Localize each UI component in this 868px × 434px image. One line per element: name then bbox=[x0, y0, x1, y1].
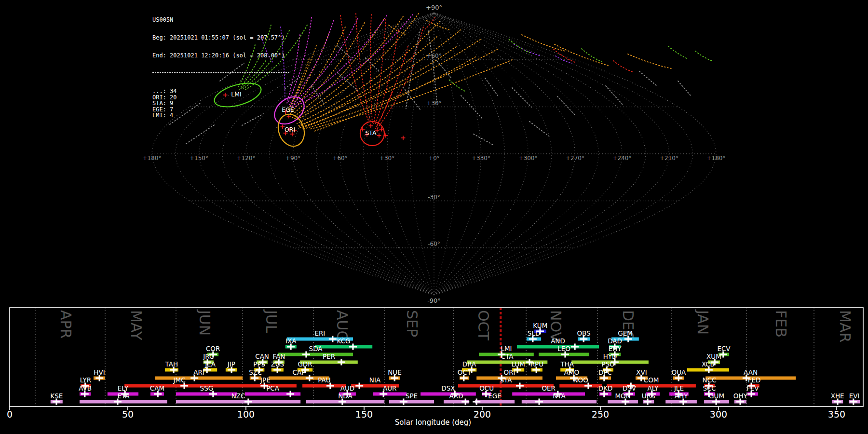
shower-label: NUE bbox=[388, 368, 402, 376]
shower-bar bbox=[176, 393, 237, 396]
shower-label: FED bbox=[748, 376, 761, 384]
shower-label: DKD bbox=[598, 384, 613, 392]
meteor-trail bbox=[461, 95, 483, 120]
longitude-label: +270° bbox=[566, 155, 584, 162]
peak-marker bbox=[473, 399, 480, 405]
shower-label: JMC bbox=[173, 376, 186, 384]
meridian-line bbox=[293, 13, 434, 295]
peak-marker bbox=[535, 399, 543, 405]
latitude-label: -30° bbox=[428, 194, 440, 201]
shower-label: CAM bbox=[150, 384, 164, 392]
meteor-trail bbox=[485, 78, 498, 95]
shower-label: COR bbox=[206, 345, 220, 353]
shower-label: ECV bbox=[717, 345, 731, 353]
axis-tick-label: 300 bbox=[710, 409, 727, 420]
shower-bar bbox=[80, 400, 167, 404]
shower-label: XUM bbox=[706, 353, 721, 360]
shower-label: SDA bbox=[309, 345, 323, 353]
meteor-trail bbox=[668, 46, 688, 59]
shower-label: PCA bbox=[266, 384, 280, 392]
peak-marker bbox=[571, 344, 579, 350]
meteor-trail bbox=[606, 86, 623, 105]
month-label: JAN bbox=[694, 309, 711, 335]
axis-tick-label: 0 bbox=[7, 409, 13, 420]
meridian-line bbox=[434, 13, 504, 295]
meteor-trail bbox=[291, 15, 387, 107]
shower-bar bbox=[559, 384, 602, 388]
peak-marker bbox=[338, 359, 345, 366]
month-label: JUL bbox=[263, 309, 280, 333]
x-axis-title: Solar longitude (deg) bbox=[395, 418, 471, 427]
shower-label: DSX bbox=[441, 384, 455, 392]
axis-tick-label: 50 bbox=[122, 409, 134, 420]
shower-bar bbox=[278, 353, 353, 356]
shower-label: HVI bbox=[94, 368, 105, 376]
shower-label: MON bbox=[615, 392, 630, 400]
session-end: End: 20251021 12:20:16 (sol = 208.00°) bbox=[152, 53, 289, 58]
session-begin: Beg: 20251021 01:55:07 (sol = 207.57°) bbox=[152, 35, 289, 41]
shower-label: TAH bbox=[165, 360, 178, 368]
shower-label: KSE bbox=[50, 392, 63, 400]
month-label: APR bbox=[57, 310, 74, 339]
axis-tick-label: 100 bbox=[237, 409, 255, 420]
shower-label: LEO bbox=[557, 345, 570, 353]
month-label: MAY bbox=[128, 310, 145, 340]
shower-label: SZC bbox=[249, 368, 262, 376]
month-label: OCT bbox=[475, 310, 492, 341]
longitude-label: +90° bbox=[285, 155, 300, 162]
shower-label: DRA bbox=[462, 360, 476, 368]
shower-label: PSU bbox=[602, 360, 615, 368]
shower-label: SLD bbox=[528, 329, 541, 337]
longitude-label: +330° bbox=[472, 155, 490, 162]
radiant-marker bbox=[369, 124, 373, 128]
longitude-label: +180° bbox=[143, 155, 162, 162]
meteor-trail bbox=[425, 17, 435, 29]
shower-label: KUM bbox=[533, 322, 547, 329]
shower-bar bbox=[124, 384, 234, 388]
shower-label: ERI bbox=[314, 329, 325, 337]
meteor-trail bbox=[678, 81, 691, 95]
shower-bar bbox=[389, 400, 434, 404]
peak-marker bbox=[306, 375, 313, 381]
month-label: JUN bbox=[196, 309, 213, 336]
north-pole-label: +90° bbox=[426, 4, 442, 11]
meteor-trail bbox=[639, 71, 657, 86]
meridian-line bbox=[434, 13, 528, 295]
meteor-trail bbox=[529, 122, 549, 136]
shower-label: OHY bbox=[733, 392, 748, 400]
axis-tick-label: 150 bbox=[355, 409, 373, 420]
shower-bar bbox=[302, 384, 346, 388]
month-label: MAR bbox=[837, 310, 854, 342]
meteor-trail bbox=[449, 80, 466, 92]
shower-label: NCC bbox=[703, 376, 717, 384]
shower-label: URS bbox=[642, 392, 655, 400]
longitude-label: +0° bbox=[428, 155, 440, 162]
meridian-line bbox=[434, 13, 598, 295]
meteor-trail bbox=[366, 58, 380, 72]
shower-label: NOO bbox=[573, 376, 588, 384]
month-label: SEP bbox=[404, 310, 420, 337]
shower-label: DAD bbox=[608, 337, 622, 345]
shower-label: JRC bbox=[203, 353, 214, 360]
shower-label: GEM bbox=[618, 329, 633, 337]
shower-label: DPC bbox=[598, 368, 612, 376]
shower-label: CAP bbox=[293, 368, 306, 376]
shower-label: THA bbox=[560, 360, 574, 368]
meteor-trail bbox=[557, 96, 575, 115]
shower-bar bbox=[512, 393, 585, 396]
shower-label: STA bbox=[500, 376, 512, 384]
meteor-trail bbox=[474, 134, 493, 145]
shower-label: RPU bbox=[530, 360, 543, 368]
shower-label: ARD bbox=[449, 392, 463, 400]
shower-label: EGE bbox=[488, 392, 502, 400]
axis-tick-label: 250 bbox=[592, 409, 609, 420]
meteor-trail bbox=[377, 66, 414, 129]
shower-label: AND bbox=[551, 337, 565, 345]
longitude-label: +210° bbox=[660, 155, 678, 162]
peak-marker bbox=[355, 383, 363, 389]
shower-label: HYD bbox=[603, 353, 617, 360]
shower-label: CAN bbox=[255, 353, 269, 360]
station-id: US005N bbox=[152, 17, 289, 23]
shower-label: GDR bbox=[298, 360, 312, 368]
meteor-trail bbox=[356, 14, 370, 122]
